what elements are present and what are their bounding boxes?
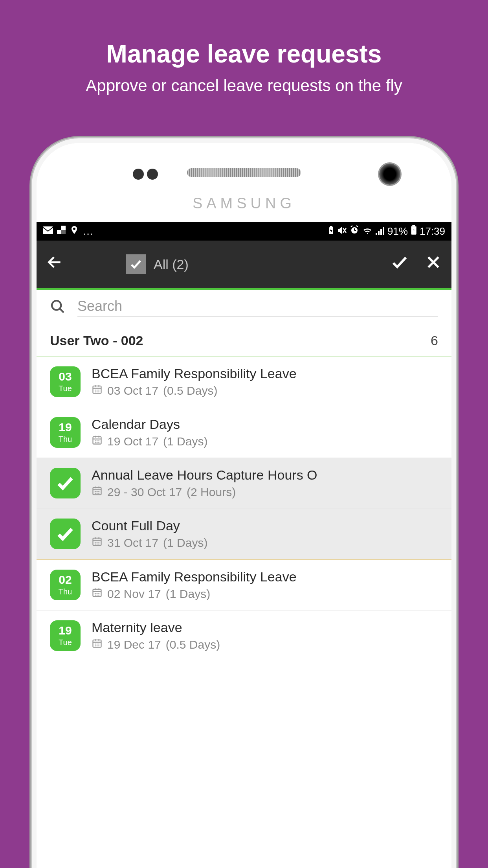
date-day: 19 — [59, 625, 72, 636]
leave-row[interactable]: 19TueMaternity leave19 Dec 17(0.5 Days) — [37, 611, 451, 661]
leave-duration: (1 Days) — [163, 536, 207, 550]
select-all-group: All (2) — [126, 254, 374, 274]
svg-point-62 — [98, 542, 99, 543]
leave-date: 19 Dec 17 — [107, 638, 161, 651]
phone-inner: SAMSUNG … — [37, 143, 451, 868]
leave-date: 31 Oct 17 — [107, 536, 158, 550]
leave-meta: 19 Oct 17(1 Days) — [92, 434, 438, 448]
svg-point-41 — [97, 440, 98, 441]
back-button[interactable] — [46, 254, 63, 275]
leave-date: 29 - 30 Oct 17 — [107, 485, 182, 499]
mail-icon — [43, 226, 53, 237]
svg-point-50 — [95, 491, 96, 492]
battery-icon — [411, 225, 416, 237]
selected-check-badge[interactable] — [50, 519, 81, 549]
svg-point-4 — [73, 228, 75, 230]
leave-content: Annual Leave Hours Capture Hours O29 - 3… — [92, 467, 438, 499]
date-badge[interactable]: 19Thu — [50, 417, 81, 448]
calendar-icon — [92, 485, 103, 499]
calendar-icon — [92, 434, 103, 448]
leave-title: BCEA Family Responsibility Leave — [92, 366, 438, 381]
leave-duration: (0.5 Days) — [166, 638, 220, 651]
svg-rect-0 — [43, 226, 53, 234]
volume-muted-icon — [337, 225, 347, 237]
leave-meta: 29 - 30 Oct 17(2 Hours) — [92, 485, 438, 499]
status-time: 17:39 — [420, 225, 445, 237]
leave-content: Count Full Day31 Oct 17(1 Days) — [92, 518, 438, 550]
charging-icon — [328, 225, 334, 237]
svg-point-32 — [98, 390, 99, 391]
svg-point-80 — [95, 644, 96, 645]
status-right-icons: 91% 17:39 — [328, 225, 445, 237]
date-badge[interactable]: 02Thu — [50, 570, 81, 600]
svg-point-55 — [98, 493, 99, 494]
select-all-label: All (2) — [154, 257, 189, 272]
search-input[interactable] — [77, 298, 438, 316]
search-icon — [50, 299, 66, 316]
select-all-checkbox[interactable] — [126, 254, 146, 274]
svg-point-43 — [95, 442, 96, 443]
svg-point-81 — [97, 644, 98, 645]
svg-rect-19 — [413, 225, 415, 226]
leave-meta: 02 Nov 17(1 Days) — [92, 587, 438, 601]
svg-point-31 — [97, 390, 98, 391]
promo-subheading: Approve or cancel leave requests on the … — [86, 76, 402, 95]
svg-point-54 — [97, 493, 98, 494]
date-dow: Thu — [59, 435, 72, 444]
svg-point-84 — [97, 645, 98, 647]
sensor-dots — [133, 169, 158, 180]
promo-heading: Manage leave requests — [106, 39, 382, 68]
svg-point-42 — [98, 440, 99, 441]
leave-meta: 31 Oct 17(1 Days) — [92, 536, 438, 550]
calendar-icon — [92, 536, 103, 550]
svg-point-45 — [98, 442, 99, 443]
leave-content: Calendar Days19 Oct 17(1 Days) — [92, 417, 438, 448]
svg-point-71 — [97, 593, 98, 594]
speaker-grille — [187, 168, 301, 177]
svg-point-40 — [95, 440, 96, 441]
cancel-button[interactable] — [425, 254, 442, 275]
calendar-icon — [92, 384, 103, 397]
camera-lens — [379, 164, 400, 185]
leave-list: 03TueBCEA Family Responsibility Leave03 … — [37, 357, 451, 661]
svg-point-70 — [95, 593, 96, 594]
selected-check-badge[interactable] — [50, 468, 81, 498]
svg-rect-14 — [376, 233, 377, 235]
leave-meta: 19 Dec 17(0.5 Days) — [92, 638, 438, 651]
leave-duration: (0.5 Days) — [163, 384, 217, 397]
svg-point-82 — [98, 644, 99, 645]
svg-point-24 — [52, 301, 61, 310]
leave-row[interactable]: 03TueBCEA Family Responsibility Leave03 … — [37, 357, 451, 407]
svg-point-83 — [95, 645, 96, 647]
svg-rect-3 — [61, 230, 66, 234]
date-day: 02 — [59, 574, 72, 586]
svg-rect-17 — [383, 227, 384, 235]
svg-point-35 — [98, 392, 99, 393]
date-badge[interactable]: 19Tue — [50, 620, 81, 651]
leave-content: Maternity leave19 Dec 17(0.5 Days) — [92, 620, 438, 651]
svg-point-73 — [95, 595, 96, 596]
svg-rect-15 — [378, 231, 380, 235]
user-header: User Two - 002 6 — [37, 325, 451, 357]
date-day: 03 — [59, 371, 72, 383]
leave-row[interactable]: 02ThuBCEA Family Responsibility Leave02 … — [37, 560, 451, 611]
date-badge[interactable]: 03Tue — [50, 366, 81, 397]
leave-row[interactable]: Annual Leave Hours Capture Hours O29 - 3… — [37, 458, 451, 509]
svg-line-13 — [356, 226, 358, 227]
leave-content: BCEA Family Responsibility Leave02 Nov 1… — [92, 569, 438, 601]
svg-point-44 — [97, 442, 98, 443]
leave-row[interactable]: Count Full Day31 Oct 17(1 Days) — [37, 509, 451, 560]
flipboard-icon — [57, 226, 66, 237]
leave-title: Maternity leave — [92, 620, 438, 635]
svg-point-65 — [98, 544, 99, 545]
approve-button[interactable] — [390, 253, 409, 276]
svg-rect-16 — [380, 229, 382, 235]
svg-point-33 — [95, 392, 96, 393]
search-row — [37, 290, 451, 325]
svg-point-60 — [95, 542, 96, 543]
leave-row[interactable]: 19ThuCalendar Days19 Oct 17(1 Days) — [37, 407, 451, 458]
leave-title: BCEA Family Responsibility Leave — [92, 569, 438, 585]
svg-point-61 — [97, 542, 98, 543]
svg-line-12 — [351, 226, 352, 227]
calendar-icon — [92, 587, 103, 601]
